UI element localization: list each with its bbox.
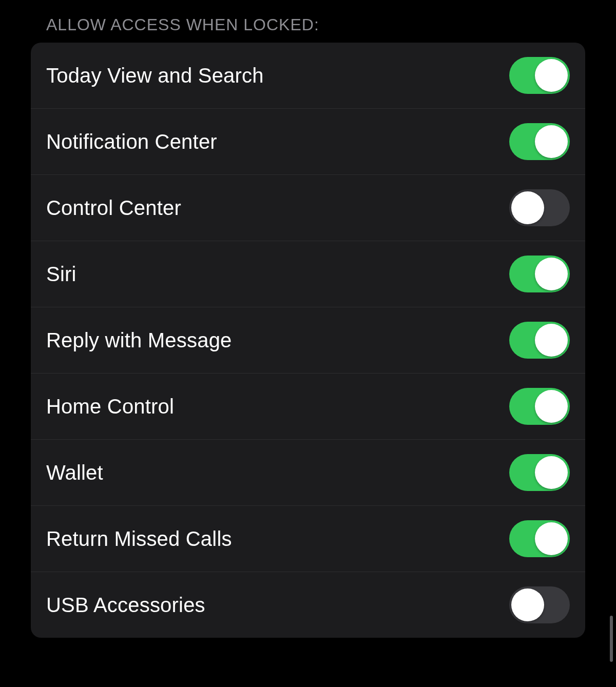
toggle-usb-accessories[interactable] [509,586,570,623]
setting-label: Home Control [46,395,174,418]
toggle-reply-with-message[interactable] [509,322,570,359]
setting-row-siri: Siri [31,241,585,307]
setting-label: Control Center [46,197,181,220]
toggle-knob [535,390,568,423]
setting-row-wallet: Wallet [31,440,585,506]
setting-row-notification-center: Notification Center [31,109,585,175]
setting-label: Reply with Message [46,329,232,352]
toggle-knob [511,191,544,224]
setting-row-return-missed-calls: Return Missed Calls [31,506,585,572]
toggle-return-missed-calls[interactable] [509,520,570,557]
toggle-siri[interactable] [509,256,570,292]
toggle-home-control[interactable] [509,388,570,425]
setting-label: Today View and Search [46,64,264,87]
setting-row-reply-with-message: Reply with Message [31,307,585,374]
setting-label: Notification Center [46,130,217,153]
scrollbar-indicator[interactable] [610,616,613,662]
toggle-knob [535,125,568,158]
setting-label: Wallet [46,461,103,484]
toggle-notification-center[interactable] [509,123,570,160]
toggle-knob [535,324,568,357]
setting-label: USB Accessories [46,594,205,617]
setting-row-control-center: Control Center [31,175,585,241]
settings-panel: Today View and Search Notification Cente… [31,43,585,638]
setting-row-home-control: Home Control [31,374,585,440]
toggle-knob [511,588,544,621]
setting-row-usb-accessories: USB Accessories [31,572,585,638]
toggle-knob [535,456,568,489]
setting-row-today-view-and-search: Today View and Search [31,43,585,109]
toggle-knob [535,522,568,555]
setting-label: Return Missed Calls [46,527,232,551]
toggle-knob [535,258,568,290]
section-header: ALLOW ACCESS WHEN LOCKED: [31,15,585,34]
toggle-knob [535,59,568,92]
toggle-control-center[interactable] [509,189,570,226]
toggle-today-view-and-search[interactable] [509,57,570,94]
setting-label: Siri [46,263,76,286]
toggle-wallet[interactable] [509,454,570,491]
